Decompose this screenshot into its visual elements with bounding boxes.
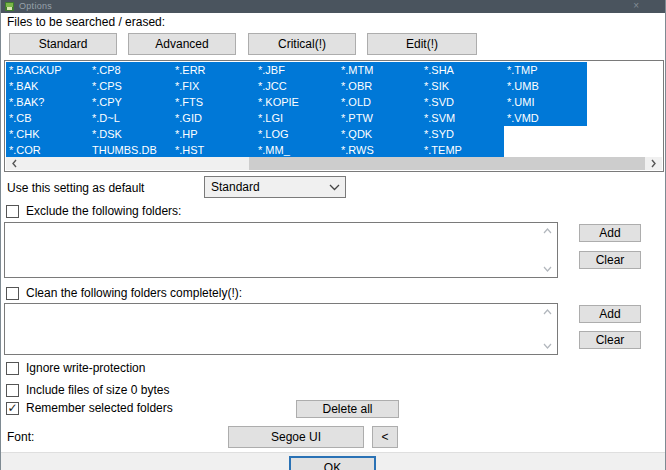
scroll-left-button[interactable]	[6, 157, 23, 170]
scroll-up-icon[interactable]	[543, 309, 552, 315]
clean-folders-checkbox-row[interactable]: ✓ Clean the following folders completely…	[6, 286, 242, 300]
file-pattern-item[interactable]: *.FIX	[172, 78, 255, 94]
file-pattern-item[interactable]: THUMBS.DB	[89, 142, 172, 158]
include-zero-bytes-row[interactable]: ✓ Include files of size 0 bytes	[6, 383, 169, 397]
file-column: *.JBF*.JCC*.KOPIE*.LGI*.LOG*.MM_	[255, 62, 338, 158]
file-pattern-item[interactable]: *.MM_	[255, 142, 338, 158]
file-pattern-item[interactable]: *.DSK	[89, 126, 172, 142]
advanced-button[interactable]: Advanced	[128, 33, 236, 55]
scroll-down-icon[interactable]	[543, 266, 552, 272]
options-dialog: Options × Files to be searched / erased:…	[0, 0, 666, 470]
exclude-clear-button[interactable]: Clear	[579, 251, 641, 269]
app-icon	[5, 2, 14, 11]
file-pattern-item[interactable]: *.CHK	[6, 126, 89, 142]
font-label: Font:	[7, 430, 34, 444]
file-pattern-item[interactable]: *.COR	[6, 142, 89, 158]
check-icon: ✓	[7, 403, 17, 414]
file-pattern-item[interactable]: *.UMI	[504, 94, 587, 110]
file-pattern-item[interactable]: *.LOG	[255, 126, 338, 142]
file-pattern-item[interactable]: *.OLD	[338, 94, 421, 110]
exclude-folder-listbox[interactable]	[4, 222, 558, 278]
clean-folders-checkbox[interactable]: ✓	[6, 287, 19, 300]
file-column: *.ERR*.FIX*.FTS*.GID*.HP*.HST	[172, 62, 255, 158]
remember-folders-checkbox[interactable]: ✓	[6, 402, 19, 415]
file-pattern-item[interactable]: *.JBF	[255, 62, 338, 78]
chevron-down-icon	[329, 184, 340, 191]
title-bar: Options ×	[1, 0, 665, 13]
file-pattern-item[interactable]: *.CPY	[89, 94, 172, 110]
close-icon[interactable]: ×	[633, 0, 639, 11]
file-pattern-listbox[interactable]: *.BACKUP*.BAK*.BAK?*.CB*.CHK*.COR*.CP8*.…	[4, 60, 664, 172]
file-pattern-item[interactable]: *.ERR	[172, 62, 255, 78]
ignore-write-protection-checkbox[interactable]: ✓	[6, 362, 19, 375]
file-pattern-item[interactable]: *.SHA	[421, 62, 504, 78]
exclude-folders-label: Exclude the following folders:	[26, 204, 181, 218]
file-pattern-item[interactable]: *.HST	[172, 142, 255, 158]
exclude-folders-checkbox-row[interactable]: ✓ Exclude the following folders:	[6, 204, 181, 218]
file-pattern-item[interactable]: *.JCC	[255, 78, 338, 94]
file-pattern-item[interactable]: *.RWS	[338, 142, 421, 158]
font-shrink-button[interactable]: <	[372, 426, 398, 448]
remember-folders-label: Remember selected folders	[26, 401, 173, 415]
file-pattern-item[interactable]: *.SVD	[421, 94, 504, 110]
file-column: *.MTM*.OBR*.OLD*.PTW*.QDK*.RWS	[338, 62, 421, 158]
chevron-right-icon	[650, 159, 657, 168]
edit-button[interactable]: Edit(!)	[367, 33, 477, 55]
scroll-thumb[interactable]	[249, 157, 647, 170]
exclude-add-button[interactable]: Add	[579, 224, 641, 242]
window-title: Options	[19, 1, 52, 11]
file-pattern-item[interactable]: *.HP	[172, 126, 255, 142]
file-pattern-item[interactable]: *.CP8	[89, 62, 172, 78]
critical-button[interactable]: Critical(!)	[248, 33, 356, 55]
font-name-button[interactable]: Segoe UI	[228, 426, 364, 448]
clean-add-button[interactable]: Add	[579, 305, 641, 323]
combobox-value: Standard	[205, 180, 323, 194]
file-column: *.SHA*.SIK*.SVD*.SVM*.SYD*.TEMP	[421, 62, 504, 158]
horizontal-scrollbar[interactable]	[6, 157, 662, 170]
clean-folder-listbox[interactable]	[4, 303, 558, 355]
standard-button[interactable]: Standard	[9, 33, 117, 55]
file-pattern-item[interactable]: *.GID	[172, 110, 255, 126]
file-pattern-item[interactable]: *.KOPIE	[255, 94, 338, 110]
scroll-up-icon[interactable]	[543, 228, 552, 234]
default-setting-label: Use this setting as default	[7, 181, 144, 195]
file-pattern-item[interactable]: *.VMD	[504, 110, 587, 126]
file-pattern-item[interactable]: *.TMP	[504, 62, 587, 78]
scroll-down-icon[interactable]	[543, 343, 552, 349]
file-pattern-item[interactable]: *.SIK	[421, 78, 504, 94]
file-pattern-item[interactable]: *.TEMP	[421, 142, 504, 158]
ignore-write-protection-row[interactable]: ✓ Ignore write-protection	[6, 361, 145, 375]
file-pattern-item[interactable]: *.LGI	[255, 110, 338, 126]
file-pattern-item[interactable]: *.BAK?	[6, 94, 89, 110]
include-zero-bytes-label: Include files of size 0 bytes	[26, 383, 169, 397]
file-pattern-item[interactable]: *.FTS	[172, 94, 255, 110]
files-section-label: Files to be searched / erased:	[7, 15, 165, 29]
scroll-right-button[interactable]	[645, 157, 662, 170]
file-grid: *.BACKUP*.BAK*.BAK?*.CB*.CHK*.COR*.CP8*.…	[6, 62, 587, 158]
file-pattern-item[interactable]: *.D~L	[89, 110, 172, 126]
ok-button[interactable]: OK	[289, 456, 376, 470]
file-pattern-item[interactable]: *.SYD	[421, 126, 504, 142]
clean-clear-button[interactable]: Clear	[579, 331, 641, 349]
delete-all-button[interactable]: Delete all	[296, 400, 399, 418]
file-pattern-item[interactable]: *.BAK	[6, 78, 89, 94]
ignore-write-protection-label: Ignore write-protection	[26, 361, 145, 375]
default-setting-combobox[interactable]: Standard	[204, 176, 346, 198]
remember-folders-row[interactable]: ✓ Remember selected folders	[6, 401, 173, 415]
exclude-folders-checkbox[interactable]: ✓	[6, 205, 19, 218]
file-column: *.CP8*.CPS*.CPY*.D~L*.DSKTHUMBS.DB	[89, 62, 172, 158]
file-pattern-item[interactable]: *.SVM	[421, 110, 504, 126]
file-pattern-item[interactable]: *.PTW	[338, 110, 421, 126]
file-pattern-item[interactable]: *.CB	[6, 110, 89, 126]
file-pattern-item[interactable]: *.QDK	[338, 126, 421, 142]
file-pattern-item[interactable]: *.OBR	[338, 78, 421, 94]
file-pattern-item[interactable]: *.CPS	[89, 78, 172, 94]
chevron-left-icon	[11, 159, 18, 168]
clean-folders-label: Clean the following folders completely(!…	[26, 286, 242, 300]
file-pattern-item[interactable]: *.MTM	[338, 62, 421, 78]
include-zero-bytes-checkbox[interactable]: ✓	[6, 384, 19, 397]
file-column: *.TMP*.UMB*.UMI*.VMD	[504, 62, 587, 158]
file-pattern-item[interactable]: *.UMB	[504, 78, 587, 94]
file-column: *.BACKUP*.BAK*.BAK?*.CB*.CHK*.COR	[6, 62, 89, 158]
file-pattern-item[interactable]: *.BACKUP	[6, 62, 89, 78]
